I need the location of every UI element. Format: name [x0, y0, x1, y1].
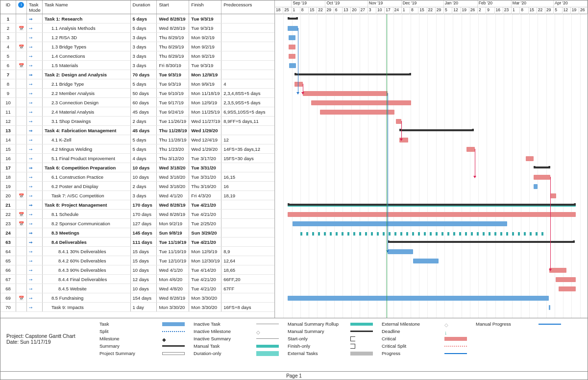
cell-duration: 45 days	[131, 126, 157, 135]
cell-finish: Mon 3/30/20	[189, 303, 221, 311]
table-row[interactable]: 41.3 Bridge Types3 daysThu 8/29/19Mon 9/…	[0, 42, 274, 51]
gantt-bar[interactable]	[294, 73, 412, 75]
gantt-bar[interactable]	[549, 305, 550, 310]
table-row[interactable]: 688.4.5 Website10 daysWed 4/8/20Tue 4/21…	[0, 284, 274, 293]
gantt-bar[interactable]	[289, 63, 296, 68]
gantt-bar[interactable]	[294, 82, 303, 87]
cell-duration: 5 days	[131, 14, 157, 23]
cell-start: Tue 9/24/19	[157, 107, 189, 116]
table-row[interactable]: 698.5 Fundraising154 daysWed 8/28/19Mon …	[0, 293, 274, 303]
table-row[interactable]: 154.2 Mingus Welding5 daysThu 1/23/20Wed…	[0, 144, 274, 154]
table-row[interactable]: 92.2 Member Analysis50 daysTue 9/10/19Mo…	[0, 89, 274, 98]
gantt-bar[interactable]	[399, 129, 474, 131]
table-row[interactable]: 248.3 Meetings145 daysSun 9/8/19Sun 3/29…	[0, 228, 274, 238]
timeline-month: Jan '20	[444, 0, 478, 7]
gantt-bar[interactable]	[288, 296, 549, 301]
gantt-bar[interactable]	[311, 100, 411, 105]
table-row[interactable]: 1Task 1: Research5 daysWed 8/28/19Tue 9/…	[0, 14, 274, 24]
auto-schedule-icon	[29, 53, 33, 59]
gantt-bar[interactable]	[288, 212, 576, 217]
cell-duration: 5 days	[131, 144, 157, 153]
cell-duration: 15 days	[131, 247, 157, 256]
cell-pred: 18,65	[221, 265, 274, 274]
table-row[interactable]: 21.1 Analysis Methods5 daysWed 8/28/19Tu…	[0, 24, 274, 33]
gantt-bar[interactable]	[288, 26, 298, 31]
cell-pred: 8,9FF+5 days,11	[221, 117, 274, 125]
gantt-bar[interactable]	[288, 18, 298, 20]
table-row[interactable]: 31.2 RISA 3D3 daysThu 8/29/19Mon 9/2/19	[0, 33, 274, 42]
gantt-bar[interactable]	[534, 184, 538, 189]
table-row[interactable]: 165.1 Final Product Improvement4 daysThu…	[0, 154, 274, 163]
cell-mode	[27, 89, 43, 97]
table-row[interactable]: 678.4.4 Final Deliverables12 daysMon 4/6…	[0, 275, 274, 284]
col-header-info: i	[16, 0, 27, 14]
task-table: ID i Task Mode Task Name Duration Start …	[0, 0, 275, 318]
table-row[interactable]: 186.1 Construction Practice10 daysWed 3/…	[0, 172, 274, 182]
gantt-bar[interactable]	[289, 45, 295, 49]
table-row[interactable]: 21Task 8: Project Management170 daysWed …	[0, 200, 274, 210]
auto-schedule-icon	[29, 35, 33, 40]
table-row[interactable]: 51.4 Connections3 daysThu 8/29/19Mon 9/2…	[0, 51, 274, 61]
gantt-bar[interactable]	[549, 268, 566, 273]
cell-info	[16, 126, 27, 135]
cell-start: Thu 8/29/19	[157, 33, 189, 42]
auto-schedule-icon	[29, 202, 33, 208]
gantt-bar[interactable]	[466, 147, 475, 152]
cell-finish: Wed 1/29/20	[189, 144, 221, 153]
table-row[interactable]: 238.2 Sponsor Communication127 daysMon 9…	[0, 219, 274, 228]
gantt-bar[interactable]	[320, 110, 394, 115]
table-row[interactable]: 20Task 7: AISC Competition3 daysWed 4/1/…	[0, 191, 274, 200]
cell-info	[16, 117, 27, 125]
gantt-bar[interactable]	[526, 156, 534, 161]
table-row[interactable]: 144.1 K-Zell5 daysThu 11/28/19Wed 12/4/1…	[0, 135, 274, 144]
table-row[interactable]: 17Task 6: Competition Preparation10 days…	[0, 163, 274, 172]
gantt-bar[interactable]	[413, 259, 439, 263]
gantt-bar[interactable]	[289, 54, 295, 59]
table-row[interactable]: 13Task 4: Fabrication Management45 daysT…	[0, 126, 274, 135]
table-row[interactable]: 228.1 Schedule170 daysWed 8/28/19Tue 4/2…	[0, 210, 274, 219]
cell-duration: 5 days	[131, 135, 157, 144]
cell-mode	[27, 42, 43, 51]
table-row[interactable]: 82.1 Bridge Type5 daysTue 9/3/19Mon 9/9/…	[0, 79, 274, 89]
table-row[interactable]: 7Task 2: Design and Analysis70 daysTue 9…	[0, 70, 274, 79]
gantt-bar[interactable]	[289, 35, 295, 40]
cell-finish: Mon 9/2/19	[189, 51, 221, 60]
gantt-bar[interactable]	[559, 286, 576, 291]
cell-pred	[221, 51, 274, 60]
table-row[interactable]: 668.4.3 90% Deliverables10 daysWed 4/1/2…	[0, 265, 274, 275]
cell-info	[16, 33, 27, 42]
gantt-bar[interactable]	[388, 249, 413, 254]
gantt-bar[interactable]	[556, 277, 576, 282]
gantt-bar[interactable]	[534, 166, 551, 168]
table-row[interactable]: 102.3 Connection Design60 daysTue 9/17/1…	[0, 98, 274, 107]
gantt-bar[interactable]	[388, 241, 575, 243]
cell-mode	[27, 303, 43, 311]
legend-item: Progress	[382, 351, 467, 356]
timeline-week: 5	[444, 7, 452, 14]
cell-pred	[221, 210, 274, 218]
table-row[interactable]: 648.4.1 30% Deliverables15 daysTue 11/19…	[0, 247, 274, 256]
gantt-row	[275, 14, 588, 24]
gantt-bar[interactable]	[303, 91, 388, 96]
table-row[interactable]: 112.4 Material Analysis45 daysTue 9/24/1…	[0, 107, 274, 117]
table-row[interactable]: 658.4.2 60% Deliverables15 daysTue 12/10…	[0, 256, 274, 265]
timeline-week: 12	[563, 7, 571, 14]
table-row[interactable]: 196.2 Poster and Display2 daysWed 3/18/2…	[0, 182, 274, 191]
table-row[interactable]: 638.4 Deliverables111 daysTue 11/19/19Tu…	[0, 238, 274, 247]
gantt-bar[interactable]	[534, 175, 551, 180]
cell-finish: Mon 11/25/19	[189, 107, 221, 116]
cell-duration: 154 days	[131, 293, 157, 302]
gantt-row	[275, 256, 588, 265]
gantt-bar[interactable]	[396, 119, 401, 124]
gantt-row	[275, 107, 588, 117]
gantt-bar[interactable]	[550, 193, 556, 198]
gantt-bar[interactable]	[288, 204, 576, 206]
table-row[interactable]: 61.5 Materials3 daysFri 8/30/19Tue 9/3/1…	[0, 61, 274, 70]
gantt-row	[275, 154, 588, 163]
table-row[interactable]: 123.1 Shop Drawings2 daysTue 11/26/19Wed…	[0, 117, 274, 126]
cell-start: Tue 12/10/19	[157, 256, 189, 265]
cell-id: 16	[0, 154, 16, 163]
cell-duration: 2 days	[131, 182, 157, 190]
table-row[interactable]: 70Task 9: Impacts1 dayMon 3/30/20Mon 3/3…	[0, 303, 274, 312]
gantt-bar[interactable]	[293, 221, 507, 226]
